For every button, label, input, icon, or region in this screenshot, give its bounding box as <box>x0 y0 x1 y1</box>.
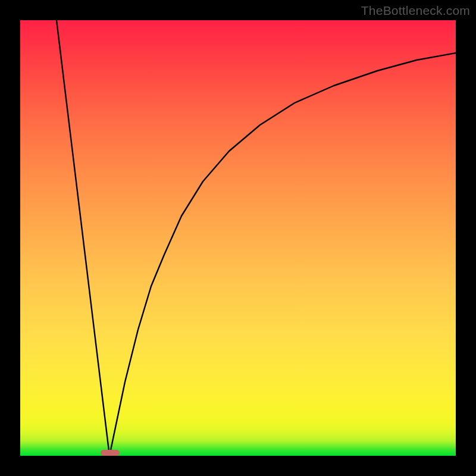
chart-frame: TheBottleneck.com <box>0 0 476 476</box>
curve-svg <box>20 20 456 456</box>
plot-area <box>20 20 456 456</box>
bottleneck-marker <box>101 450 120 456</box>
watermark-text: TheBottleneck.com <box>361 4 470 18</box>
bottleneck-curve <box>57 20 456 456</box>
